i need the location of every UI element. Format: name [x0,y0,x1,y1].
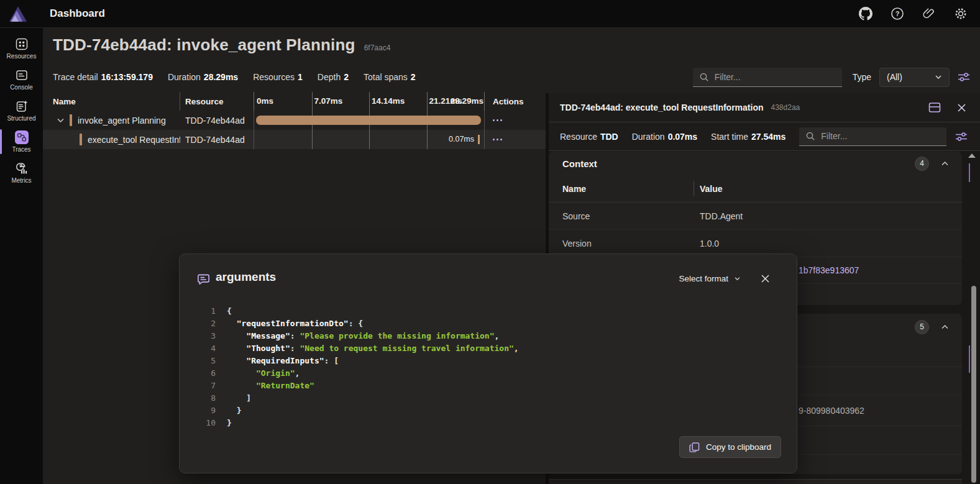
span-duration-label: 0.07ms [449,130,474,149]
modal-close-icon[interactable] [759,273,771,284]
trace-summary: Trace detail16:13:59.179Duration28.29msR… [53,72,416,82]
settings-gear-icon[interactable] [954,7,968,21]
expand-chevron-icon[interactable] [57,117,65,123]
code-line: 8 ] [198,392,519,404]
span-color-marker [80,134,82,145]
column-header-resource[interactable]: Resource [180,92,254,111]
sidebar-item-console[interactable]: Console [0,64,43,95]
page-title: TDD-74eb44ad: invoke_agent Planning [53,35,355,55]
row-actions-icon[interactable] [493,139,502,140]
code-token [227,367,256,380]
span-filter[interactable] [799,127,946,146]
kv-value-fragment: 9-809980403962 [799,406,864,416]
collapse-chevron-icon[interactable] [941,161,949,167]
feedback-paperclip-icon[interactable] [922,7,936,21]
next-section-edge [549,479,962,484]
type-select[interactable]: (All) [879,68,950,87]
copy-to-clipboard-button[interactable]: Copy to clipboard [679,436,781,458]
meta-value: 16:13:59.179 [101,72,153,82]
trace-row[interactable]: execute_tool RequestInf...TDD-74eb44ad0.… [43,130,546,149]
code-line: 10} [198,417,519,429]
code-token: } [227,417,232,429]
meta-label: Total spans [364,72,408,82]
trace-row[interactable]: invoke_agent PlanningTDD-74eb44ad [43,111,546,130]
collapse-chevron-icon[interactable] [941,324,949,330]
line-number: 9 [198,404,216,417]
span-name-cell: execute_tool RequestInf... [43,130,180,149]
chevron-down-icon [734,276,741,281]
code-token [227,317,237,330]
span-name: invoke_agent Planning [78,116,166,126]
column-header-actions: Actions [485,92,546,111]
arguments-modal: arguments Select format 1{2 "requestInfo… [179,253,797,473]
kv-header-value: Value [694,184,723,194]
scroll-up-arrow-icon[interactable] [968,153,976,158]
close-panel-icon[interactable] [957,103,966,112]
code-token: , [295,367,300,380]
kv-header-name: Name [549,184,694,194]
sidebar-item-label: Metrics [11,177,31,184]
code-token: , [514,342,519,355]
span-panel-header: TDD-74eb44ad: execute_tool RequestInform… [549,93,980,122]
meta-item: Depth2 [318,72,349,82]
span-name-cell: invoke_agent Planning [43,111,180,130]
code-token: "Please provide the missing information" [300,330,494,342]
code-token [227,342,246,355]
trace-table-header: NameResource0ms7.07ms14.14ms21.21ms28.29… [43,92,546,111]
code-token: } [227,404,241,417]
line-number: 3 [198,330,216,342]
meta-item: Resources1 [253,72,303,82]
panel-scrollbar[interactable] [971,286,976,483]
timeline-gridline [369,130,370,149]
type-select-value: (All) [887,72,902,82]
sidebar-item-structured[interactable]: Structured [0,95,43,126]
section-header[interactable]: Context4 [549,152,962,175]
meta-item: Total spans2 [364,72,416,82]
sidebar-item-metrics[interactable]: Metrics [0,157,43,188]
sidebar-item-traces[interactable]: Traces [0,126,43,157]
span-bar[interactable] [478,135,480,144]
meta-value: 2 [411,72,416,82]
timeline-tick: 28.29ms [451,92,483,111]
span-bar[interactable] [256,116,481,125]
select-format-dropdown[interactable]: Select format [679,274,741,283]
aspire-logo-icon[interactable] [9,6,27,22]
kv-name: Source [549,211,694,221]
code-token: : [ [324,355,339,367]
code-token: "Message" [246,330,290,342]
sidebar: ResourcesConsoleStructuredTracesMetrics [0,28,43,484]
span-filter-options-icon[interactable] [955,131,968,142]
line-number: 4 [198,342,216,355]
line-number: 2 [198,317,216,330]
code-line: 5 "RequiredInputs": [ [198,355,519,367]
code-token: "ReturnDate" [256,380,314,392]
meta-item: ResourceTDD [560,132,618,142]
trace-toolbar: Trace detail16:13:59.179Duration28.29msR… [53,66,970,88]
sidebar-item-label: Structured [7,115,35,122]
trace-filter-input[interactable] [715,72,836,82]
trace-filter[interactable] [693,68,842,87]
code-token: : { [349,317,363,330]
help-icon[interactable]: ? [891,7,904,21]
meta-value: 27.54ms [751,132,785,142]
span-filter-input[interactable] [821,131,940,141]
code-token: { [227,305,232,317]
line-number: 1 [198,305,216,317]
filter-options-icon[interactable] [958,71,970,83]
search-icon [699,72,709,82]
row-actions-icon[interactable] [493,119,502,121]
line-number: 8 [198,392,216,404]
svg-text:?: ? [895,10,900,17]
split-panel-icon[interactable] [928,102,941,113]
kv-table-header: NameValue [549,175,962,203]
column-header-name[interactable]: Name [43,92,180,111]
sidebar-item-resources[interactable]: Resources [0,33,43,64]
kv-value-fragment[interactable]: 1b7f83e913607 [799,265,859,275]
github-icon[interactable] [859,7,872,21]
arguments-code: 1{2 "requestInformationDto": {3 "Message… [198,305,519,429]
line-number: 5 [198,355,216,367]
meta-value: 1 [298,72,303,82]
kv-value: TDD.Agent [694,211,743,221]
chevron-down-icon [935,75,942,80]
code-token: "Thought" [246,342,290,355]
